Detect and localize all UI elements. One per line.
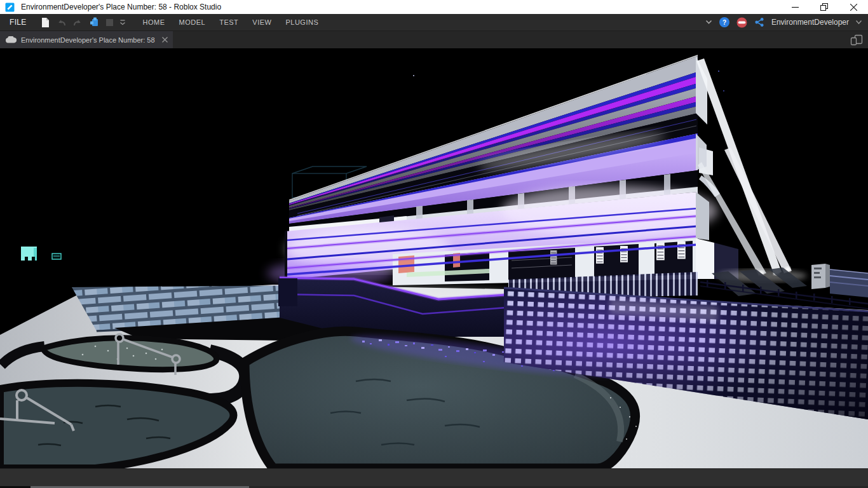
play-icon[interactable]	[89, 17, 100, 28]
minimize-button[interactable]	[780, 0, 810, 14]
roblox-studio-logo-icon	[5, 3, 15, 12]
customize-quick-access-icon[interactable]	[119, 18, 126, 26]
close-button[interactable]	[839, 0, 868, 14]
restore-button[interactable]	[810, 0, 839, 14]
share-icon[interactable]	[754, 17, 764, 27]
viewport-scene	[0, 48, 868, 468]
username-label[interactable]: EnvironmentDeveloper	[771, 18, 849, 27]
help-icon[interactable]: ?	[719, 17, 729, 27]
file-menu-button[interactable]: FILE	[0, 18, 36, 27]
ribbon-right-cluster: ? EnvironmentDeveloper	[705, 17, 868, 28]
document-tab-bar: EnvironmentDeveloper's Place Number: 58	[0, 31, 868, 48]
cloud-icon	[5, 36, 17, 43]
redo-icon[interactable]	[72, 17, 83, 27]
tab-model[interactable]: MODEL	[179, 18, 206, 26]
tab-home[interactable]: HOME	[143, 18, 165, 26]
ribbon-bar: FILE	[0, 14, 868, 31]
anonymous-mode-icon[interactable]	[736, 17, 747, 28]
help-glyph: ?	[722, 19, 726, 26]
bottom-status-bar	[0, 468, 868, 486]
far-right-wall	[830, 269, 868, 297]
quick-access-toolbar	[40, 17, 126, 28]
undo-icon[interactable]	[56, 17, 67, 27]
tab-test[interactable]: TEST	[219, 18, 238, 26]
3d-viewport[interactable]	[0, 48, 868, 468]
document-tab-title: EnvironmentDeveloper's Place Number: 58	[21, 36, 155, 44]
stop-icon[interactable]	[105, 18, 114, 27]
tab-plugins[interactable]: PLUGINS	[285, 18, 318, 26]
device-emulation-button[interactable]	[849, 31, 868, 48]
roblox-studio-window: EnvironmentDeveloper's Place Number: 58 …	[0, 0, 868, 488]
tab-view[interactable]: VIEW	[252, 18, 271, 26]
sign-post	[811, 264, 830, 289]
ribbon-tab-strip: HOME MODEL TEST VIEW PLUGINS	[136, 18, 326, 26]
username-dropdown-icon[interactable]	[856, 20, 862, 24]
collapse-ribbon-icon[interactable]	[705, 20, 712, 25]
new-file-icon[interactable]	[40, 17, 50, 28]
document-tab-close-icon[interactable]	[162, 37, 168, 43]
document-tab[interactable]: EnvironmentDeveloper's Place Number: 58	[0, 31, 173, 48]
titlebar: EnvironmentDeveloper's Place Number: 58 …	[0, 0, 868, 14]
window-controls	[780, 0, 868, 14]
window-title: EnvironmentDeveloper's Place Number: 58 …	[21, 3, 221, 11]
